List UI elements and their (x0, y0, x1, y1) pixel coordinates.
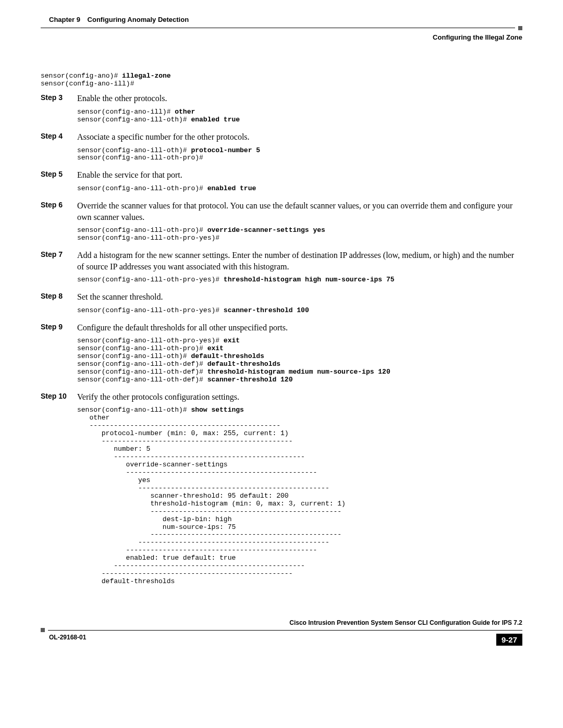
footer-guide-title: Cisco Intrusion Prevention System Sensor… (41, 619, 522, 626)
step-label-6: Step 6 (41, 200, 77, 209)
footer-square-icon (41, 628, 45, 632)
step-label-10: Step 10 (41, 391, 77, 400)
step-label-9: Step 9 (41, 322, 77, 331)
chapter-number: Chapter 9 (49, 16, 80, 23)
code-block-4: sensor(config-ano-ill-oth)# protocol-num… (77, 147, 522, 163)
footer-rule (48, 630, 522, 631)
step-text-10: Verify the other protocols configuration… (77, 391, 522, 403)
footer-doc-number: OL-29168-01 (49, 634, 86, 641)
step-text-5: Enable the service for that port. (77, 169, 522, 181)
code-block-6: sensor(config-ano-ill-oth-pro)# override… (77, 227, 522, 242)
code-block-10: sensor(config-ano-ill-oth)# show setting… (77, 406, 522, 586)
section-title: Configuring the Illegal Zone (41, 33, 522, 41)
step-label-5: Step 5 (41, 169, 77, 178)
step-text-4: Associate a specific number for the othe… (77, 131, 522, 143)
step-label-4: Step 4 (41, 131, 77, 140)
step-text-3: Enable the other protocols. (77, 93, 522, 104)
code-block-7: sensor(config-ano-ill-oth-pro-yes)# thre… (77, 276, 522, 284)
step-label-3: Step 3 (41, 93, 77, 102)
code-block-5: sensor(config-ano-ill-oth-pro)# enabled … (77, 185, 522, 193)
chapter-header: Chapter 9 Configuring Anomaly Detection (49, 16, 189, 24)
code-block-9: sensor(config-ano-ill-oth-pro-yes)# exit… (77, 337, 522, 384)
header-square-icon (518, 26, 522, 30)
code-block-8: sensor(config-ano-ill-oth-pro-yes)# scan… (77, 307, 522, 315)
step-label-8: Step 8 (41, 291, 77, 300)
step-label-7: Step 7 (41, 250, 77, 258)
header-rule (41, 28, 515, 28)
step-text-6: Override the scanner values for that pro… (77, 200, 522, 223)
footer-page-number: 9-27 (496, 634, 522, 646)
code-block-3: sensor(config-ano-ill)# other sensor(con… (77, 108, 522, 124)
step-text-9: Configure the default thresholds for all… (77, 322, 522, 334)
chapter-title: Configuring Anomaly Detection (88, 16, 189, 23)
code-block-intro: sensor(config-ano)# illegal-zone sensor(… (41, 72, 522, 88)
step-text-8: Set the scanner threshold. (77, 291, 522, 303)
step-text-7: Add a histogram for the new scanner sett… (77, 250, 522, 272)
